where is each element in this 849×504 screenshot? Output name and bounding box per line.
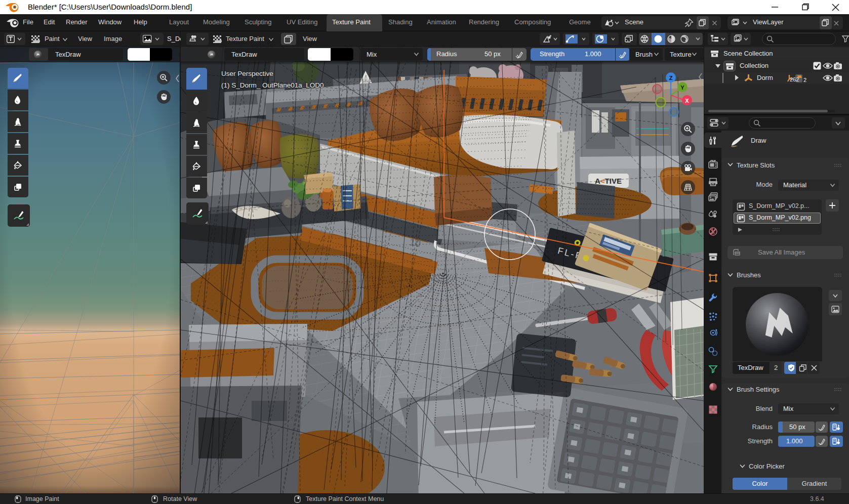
svg-text:10: 10 [409, 236, 422, 249]
svg-text:A<TIVE: A<TIVE [595, 177, 622, 185]
svg-text:Y: Y [680, 85, 684, 91]
svg-text:Z: Z [669, 75, 673, 81]
svg-text:X: X [685, 98, 689, 104]
